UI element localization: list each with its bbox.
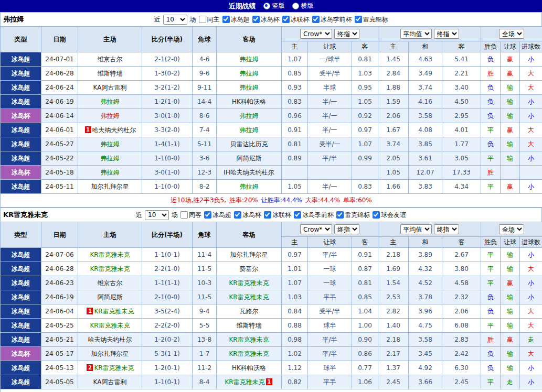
scope-select[interactable]: 全场: [499, 29, 524, 39]
away-team-link[interactable]: 瓦路尔: [240, 308, 259, 315]
asian-away-odds: 0.95: [352, 81, 378, 95]
away-team-link[interactable]: HK科帕沃格: [232, 98, 266, 105]
competition-checkbox[interactable]: 冰联杯: [264, 211, 291, 220]
home-team-link[interactable]: KA阿古雷利: [93, 378, 127, 386]
asian-handicap: 半/一: [308, 180, 352, 194]
date-cell: 24-05-27: [41, 137, 78, 151]
home-team-cell: 弗拉姆: [78, 95, 142, 109]
away-team-link[interactable]: 维斯特瑞: [237, 322, 262, 329]
asian-handicap: 平手: [308, 375, 352, 389]
away-team-link[interactable]: KR雷克雅未克: [229, 279, 269, 287]
euro-final-select[interactable]: 终指: [434, 29, 459, 39]
competition-cell: 冰岛超: [1, 361, 41, 375]
match-row: 冰岛杯24-06-14弗拉姆3-0(1-0)8-6弗拉姆0.96半/一0.922…: [1, 109, 542, 123]
home-team-link[interactable]: KR雷克雅未克: [94, 364, 134, 372]
bookmaker-select[interactable]: Crow*: [300, 29, 332, 39]
home-team-link[interactable]: 弗拉姆: [101, 98, 120, 105]
away-team-link[interactable]: 弗拉姆: [240, 126, 259, 134]
home-team-link[interactable]: KR雷克雅未克: [90, 322, 130, 329]
handicap-result-cell: 输: [501, 81, 520, 95]
bookmaker-select[interactable]: Crow*: [300, 224, 332, 234]
col-score: 比分(半场): [142, 27, 193, 52]
asian-home-odds: 0.81: [282, 137, 308, 151]
competition-checkbox[interactable]: 球会友谊: [373, 211, 406, 220]
date-cell: 24-05-05: [41, 375, 78, 389]
away-team-link[interactable]: HK科帕沃格: [232, 364, 266, 372]
away-team-link[interactable]: KR雷克雅未克: [229, 350, 269, 357]
competition-checkbox[interactable]: 冰岛超: [204, 211, 231, 220]
recent-count-select[interactable]: 10: [145, 210, 169, 220]
euro-final-select[interactable]: 终指: [434, 224, 459, 234]
euro-home-odds: 2.84: [378, 67, 409, 81]
home-team-link[interactable]: 加尔扎拜尔星: [91, 183, 129, 190]
competition-checkbox[interactable]: 冰联杯: [282, 15, 310, 24]
win-result-cell: 平: [481, 262, 501, 276]
win-result-cell: 负: [481, 290, 501, 304]
checkbox-label: 冰联杯: [291, 15, 310, 24]
away-team-link[interactable]: 阿简尼斯: [237, 155, 262, 162]
home-team-link[interactable]: 加尔扎拜尔星: [91, 350, 129, 357]
away-team-link[interactable]: 费基尔: [240, 265, 259, 273]
competition-checkbox[interactable]: 冰岛季前杯: [294, 211, 334, 220]
away-team-link[interactable]: 弗拉姆: [240, 56, 259, 63]
home-team-link[interactable]: KA阿古雷利: [93, 84, 127, 91]
layout-radio-vertical[interactable]: 竖版: [263, 2, 285, 10]
home-team-link[interactable]: KR雷克雅未克: [90, 265, 130, 273]
filter-row: KR雷克雅未克 近10场同客冰岛超冰岛杯冰联杯冰岛季前杯雷克锦标球会友谊: [0, 208, 542, 222]
away-team-link[interactable]: 弗拉姆: [240, 112, 259, 119]
asian-final-select[interactable]: 终指: [334, 29, 359, 39]
home-team-cell: 维斯特瑞: [78, 67, 142, 81]
checkbox-label: 冰岛季前杯: [302, 211, 334, 220]
scope-select[interactable]: 全场: [499, 224, 524, 234]
competition-cell: 冰岛超: [1, 52, 41, 67]
away-team-link[interactable]: 弗拉姆: [240, 70, 259, 77]
competition-checkbox[interactable]: 雷克锦标: [355, 15, 388, 24]
home-team-link[interactable]: 弗拉姆: [101, 155, 120, 162]
handicap-result-cell: 输: [501, 137, 520, 151]
away-team-link[interactable]: KR雷克雅未克: [229, 293, 269, 301]
layout-radio-horizontal[interactable]: 横版: [292, 2, 314, 10]
away-team-link[interactable]: 弗拉姆: [240, 183, 259, 190]
home-team-link[interactable]: 维京古尔: [98, 56, 123, 63]
home-team-link[interactable]: 维京古尔: [98, 279, 123, 287]
euro-draw-odds: 4.52: [409, 276, 442, 290]
same-venue-checkbox[interactable]: 同主: [199, 15, 220, 24]
recent-matches-table: 类型 日期 主场 比分(半场) 角球 客场 Crow*终指 平均值终指 全场: [0, 222, 542, 392]
away-team-cell: 贝雷达比历克: [217, 137, 282, 151]
competition-checkbox[interactable]: 冰岛杯: [234, 211, 261, 220]
asian-final-select[interactable]: 终指: [334, 224, 359, 234]
asian-home-odds: 0.83: [282, 95, 308, 109]
home-team-cell: 加尔扎拜尔星: [78, 347, 142, 361]
home-team-link[interactable]: KR雷克雅未克: [94, 308, 134, 315]
average-select[interactable]: 平均值: [400, 224, 432, 234]
home-team-link[interactable]: 阿简尼斯: [98, 293, 123, 301]
average-select[interactable]: 平均值: [400, 29, 432, 39]
home-team-link[interactable]: 弗拉姆: [101, 112, 120, 119]
home-team-link[interactable]: KR雷克雅未克: [90, 251, 130, 258]
away-team-link[interactable]: KR雷克雅未克: [229, 336, 269, 343]
away-team-link[interactable]: 弗拉姆: [240, 84, 259, 91]
goals-result-cell: 大: [520, 81, 542, 95]
recent-count-select[interactable]: 10: [163, 15, 187, 25]
competition-checkbox[interactable]: 冰岛杯: [252, 15, 280, 24]
away-team-link[interactable]: 贝雷达比历克: [230, 140, 268, 148]
home-team-link[interactable]: 哈夫纳夫约杜尔: [92, 126, 136, 134]
same-venue-checkbox[interactable]: 同客: [180, 211, 201, 220]
col-date: 日期: [41, 222, 78, 248]
asian-away-odds: 1.05: [352, 95, 378, 109]
away-team-link[interactable]: 加尔扎拜尔星: [230, 251, 268, 258]
home-team-link[interactable]: 弗拉姆: [101, 169, 120, 176]
away-team-link[interactable]: KR雷克雅未克: [225, 378, 264, 386]
euro-home-odds: 2.18: [378, 333, 409, 347]
home-team-link[interactable]: 维斯特瑞: [98, 70, 123, 77]
home-team-link[interactable]: 弗拉姆: [101, 140, 120, 148]
competition-checkbox[interactable]: 冰岛季前杯: [312, 15, 352, 24]
away-team-link[interactable]: IH哈夫纳夫约杜尔: [224, 169, 274, 176]
competition-checkbox[interactable]: 冰岛超: [222, 15, 250, 24]
competition-cell: 冰岛超: [1, 276, 41, 290]
handicap-result-cell: 赢: [501, 276, 520, 290]
away-team-cell: IH哈夫纳夫约杜尔: [217, 166, 282, 180]
euro-draw-odds: 4.32: [409, 262, 442, 276]
competition-checkbox[interactable]: 雷克锦标: [336, 211, 370, 220]
home-team-link[interactable]: 哈夫纳夫约杜尔: [88, 336, 132, 343]
